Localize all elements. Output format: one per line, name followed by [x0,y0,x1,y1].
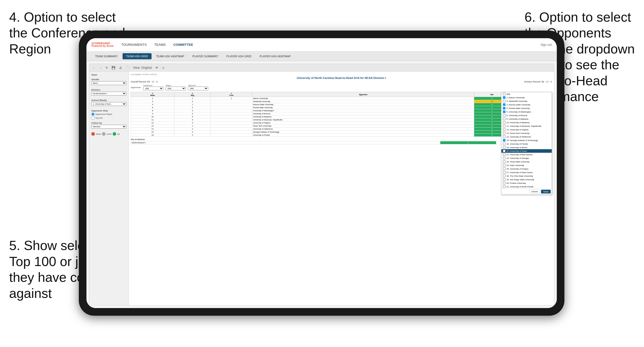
undo-btn[interactable]: ← [91,65,96,70]
dropdown-item-label: 25. University of Oregon [506,168,528,170]
dropdown-footer: Cancel Apply [501,188,552,195]
colour-by-select[interactable]: Win/loss [91,125,126,129]
dropdown-checkbox[interactable] [503,107,505,109]
dropdown-item[interactable]: 4. Arizona State University [501,103,552,106]
tab-player-h2h-heatmap[interactable]: PLAYER H2H HEATMAP [256,53,294,59]
tab-team-h2h-grid[interactable]: TEAM H2H GRID [123,53,152,59]
dropdown-item[interactable]: 25. University of Oregon [501,167,552,171]
dropdown-checkbox[interactable] [503,143,505,145]
dropdown-checkbox[interactable] [503,160,505,163]
dropdown-item[interactable]: 10. University of Alabama [501,121,552,124]
h2h-grid-table: #Rank #Rag #Conf Opponent Win Loss [131,92,552,137]
conf-cell [211,131,252,134]
dropdown-item[interactable]: 27. University of Notre Dame [501,171,552,174]
dropdown-item[interactable]: 5. Florida State University [501,106,552,110]
dropdown-checkbox[interactable] [503,93,505,95]
radio-opponents-played[interactable]: Opponents Played [91,113,126,116]
dropdown-checkbox[interactable] [503,139,505,142]
dropdown-item[interactable]: 14. University of Oklahoma [501,135,552,138]
dropdown-item[interactable]: 18. University of Illinois [501,146,552,149]
dropdown-checkbox[interactable] [503,178,505,181]
dropdown-checkbox[interactable] [503,157,505,159]
dropdown-item[interactable]: 16. University of Florida [501,142,552,146]
dropdown-item[interactable]: 12. University of Virginia [501,128,552,131]
nav-bar: SCOREBOARD Powered by Scout TOURNAMENTS … [86,38,557,51]
dropdown-item[interactable]: 31. University of North Florida [501,185,552,188]
dropdown-item-label: 8. University of Arizona [506,114,527,117]
dropdown-item[interactable]: 30. Purdue University [501,181,552,185]
refresh-btn[interactable]: ↻ [104,65,109,70]
dropdown-item-label: 10. University of Alabama [506,121,530,124]
dropdown-checkbox[interactable] [503,175,505,177]
dropdown-checkbox[interactable] [503,182,505,184]
dropdown-checkbox[interactable] [503,185,505,188]
dropdown-checkbox[interactable] [503,171,505,174]
dropdown-item[interactable]: 20. University of Texas [501,149,552,153]
radio-top-100[interactable]: Top 100 [91,116,126,120]
dropdown-item[interactable]: (All) [501,92,552,96]
nav-tournaments[interactable]: TOURNAMENTS [121,42,147,48]
dropdown-checkbox[interactable] [503,103,505,106]
dropdown-checkbox[interactable] [503,125,505,127]
tab-team-summary[interactable]: TEAM SUMMARY [92,53,122,59]
nav-signout[interactable]: Sign out [541,43,552,47]
dropdown-checkbox[interactable] [503,128,505,131]
conf-cell [211,124,252,128]
dropdown-item[interactable]: 2. Auburn University [501,96,552,99]
apply-button[interactable]: Apply [541,190,551,193]
dropdown-checkbox[interactable] [503,153,505,156]
redo-btn[interactable]: → [98,65,103,70]
dropdown-checkbox[interactable] [503,135,505,138]
dropdown-checkbox[interactable] [503,110,505,113]
dropdown-checkbox[interactable] [503,96,505,99]
division-select[interactable]: NCAA Division I [91,92,126,95]
nav-teams[interactable]: TEAMS [154,42,166,48]
dropdown-checkbox[interactable] [503,118,505,120]
report-title-area: Last Updated: 4/7/2024 16:55:38 [131,74,552,75]
conference-select[interactable]: (All) [143,87,163,90]
tab-team-h2h-heatmap[interactable]: TEAM H2H HEATMAP [153,53,188,59]
dropdown-item[interactable]: 15. Georgia Institute of Technology [501,138,552,142]
radio-opponents-played-input[interactable] [91,113,95,116]
dropdown-item[interactable]: 23. Texas A&M University [501,160,552,163]
nav-committee[interactable]: COMMITTEE [173,42,193,48]
radio-top-100-input[interactable] [91,116,95,120]
cancel-button[interactable]: Cancel [529,190,540,193]
dropdown-checkbox[interactable] [503,150,505,152]
dropdown-checkbox[interactable] [503,168,505,170]
table-row: 6 2 Florida State University 4 2 [131,106,552,109]
opponent-select[interactable]: (All) [188,87,208,90]
clock-btn[interactable]: 🕐 [125,65,130,70]
dropdown-checkbox[interactable] [503,146,505,149]
dropdown-item[interactable]: 24. Duke University [501,163,552,167]
dropdown-item[interactable]: 11. University of Arkansas, Fayetteville [501,124,552,128]
save-btn[interactable]: 💾 [111,65,116,70]
dropdown-item[interactable]: 22. University of Georgia [501,156,552,160]
school-select[interactable]: 1. University of Nort... [91,102,126,106]
opponent-view-label: Opponent View [91,109,126,112]
opponent-label: Opponent [188,85,208,86]
dropdown-item[interactable]: 28. The Ohio State University [501,174,552,178]
dropdown-item[interactable]: 8. University of Arizona [501,114,552,117]
dropdown-item[interactable]: 9. University of Alabama [501,117,552,121]
dropdown-checkbox[interactable] [503,164,505,166]
region-select[interactable]: (All) [166,87,186,90]
tab-player-summary[interactable]: PLAYER SUMMARY [189,53,222,59]
warning-icon: ⚠ [161,65,166,70]
tab-player-h2h-grid[interactable]: PLAYER H2H GRID [223,53,255,59]
dropdown-checkbox[interactable] [503,132,505,134]
dropdown-item[interactable]: 21. University of New Mexico [501,153,552,156]
dropdown-checkbox[interactable] [503,114,505,117]
rag-cell: 1 [174,97,211,100]
gender-select[interactable]: Men's [91,81,126,85]
dropdown-item[interactable]: 3. Vanderbilt University [501,99,552,103]
dropdown-item[interactable]: 13. Texas Tech University [501,131,552,135]
print-btn[interactable]: 🖨 [118,65,123,70]
rag-cell: 1 [174,124,211,128]
opponent-dropdown[interactable]: (All)2. Auburn University3. Vanderbilt U… [501,92,552,195]
opponent-cell: University of Arizona [252,112,474,115]
dropdown-checkbox[interactable] [503,100,505,102]
dropdown-item[interactable]: 29. San Diego State University [501,178,552,181]
dropdown-checkbox[interactable] [503,121,505,124]
dropdown-item[interactable]: 6. University of Washington [501,110,552,114]
